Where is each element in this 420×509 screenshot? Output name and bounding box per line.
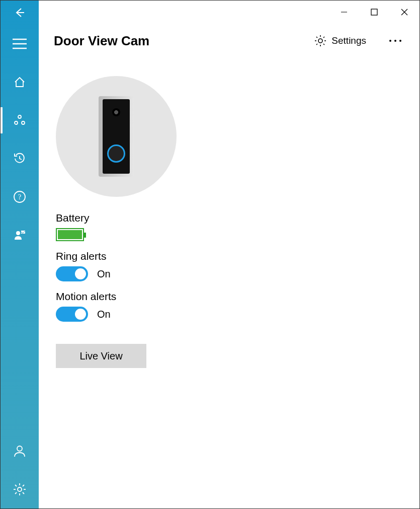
- device-detail-panel: Battery Ring alerts On Motion alerts On …: [39, 66, 419, 508]
- gear-icon: [314, 35, 326, 47]
- hamburger-icon: [13, 38, 27, 49]
- nav-help[interactable]: ?: [1, 178, 39, 216]
- device-image-container: [56, 76, 177, 197]
- home-icon: [14, 76, 26, 88]
- gear-icon: [13, 483, 26, 496]
- window-controls: [329, 1, 419, 24]
- close-button[interactable]: [389, 1, 419, 24]
- battery-label: Battery: [56, 212, 402, 224]
- svg-rect-1: [371, 9, 377, 15]
- hamburger-menu-button[interactable]: [1, 25, 39, 63]
- motion-alerts-toggle[interactable]: [56, 307, 88, 322]
- svg-line-22: [23, 492, 24, 494]
- page-title: Door View Cam: [54, 33, 149, 49]
- ring-alerts-state: On: [97, 268, 111, 280]
- back-arrow-icon: [14, 7, 25, 18]
- svg-rect-14: [21, 231, 25, 234]
- minimize-button[interactable]: [329, 1, 359, 24]
- svg-point-9: [15, 121, 18, 124]
- motion-alerts-label: Motion alerts: [56, 290, 402, 303]
- help-icon: ?: [13, 190, 26, 203]
- svg-point-25: [318, 39, 322, 43]
- svg-line-24: [15, 492, 17, 494]
- nav-home[interactable]: [1, 63, 39, 101]
- devices-icon: [14, 114, 26, 126]
- battery-icon: [56, 228, 84, 241]
- svg-line-32: [323, 37, 324, 38]
- settings-button[interactable]: Settings: [314, 35, 366, 47]
- live-view-button[interactable]: Live View: [56, 344, 146, 368]
- maximize-button[interactable]: [359, 1, 389, 24]
- ring-alerts-label: Ring alerts: [56, 250, 402, 262]
- svg-point-16: [18, 487, 22, 491]
- svg-line-31: [323, 44, 324, 45]
- svg-line-23: [23, 485, 24, 486]
- svg-point-13: [16, 231, 20, 235]
- dot-icon: [399, 40, 401, 42]
- account-icon: [13, 445, 26, 458]
- device-image: [99, 96, 134, 177]
- close-icon: [401, 9, 408, 16]
- settings-label: Settings: [331, 35, 366, 46]
- svg-point-8: [18, 115, 21, 118]
- nav-history[interactable]: [1, 139, 39, 178]
- svg-line-30: [316, 37, 317, 38]
- page-header: Door View Cam Settings: [39, 26, 419, 56]
- minimize-icon: [341, 9, 348, 16]
- svg-line-21: [15, 485, 17, 486]
- nav-devices[interactable]: [1, 101, 39, 139]
- nav-account[interactable]: [1, 432, 39, 470]
- maximize-icon: [371, 9, 378, 16]
- dot-icon: [394, 40, 396, 42]
- dot-icon: [389, 40, 391, 42]
- nav-neighbors[interactable]: [1, 216, 39, 254]
- svg-point-15: [17, 446, 22, 451]
- left-navigation-rail: ?: [1, 1, 39, 508]
- nav-settings[interactable]: [1, 470, 39, 508]
- neighbors-icon: [13, 229, 26, 242]
- ring-alerts-toggle[interactable]: [56, 266, 88, 281]
- back-button[interactable]: [1, 1, 39, 25]
- more-options-button[interactable]: [386, 37, 404, 45]
- svg-point-10: [22, 121, 25, 124]
- svg-line-33: [316, 44, 317, 45]
- history-icon: [13, 152, 26, 165]
- motion-alerts-state: On: [97, 309, 111, 320]
- svg-text:?: ?: [18, 193, 21, 201]
